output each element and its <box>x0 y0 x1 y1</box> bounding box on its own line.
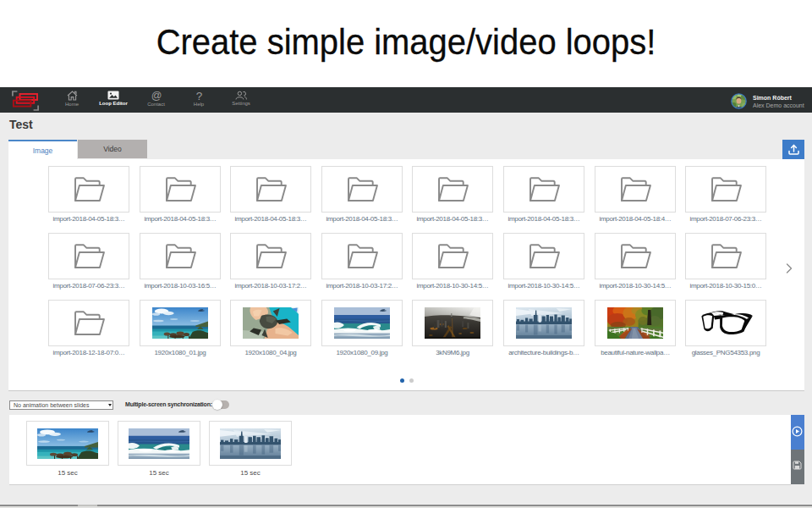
svg-text:?: ? <box>195 91 202 101</box>
svg-text:@: @ <box>151 91 162 101</box>
